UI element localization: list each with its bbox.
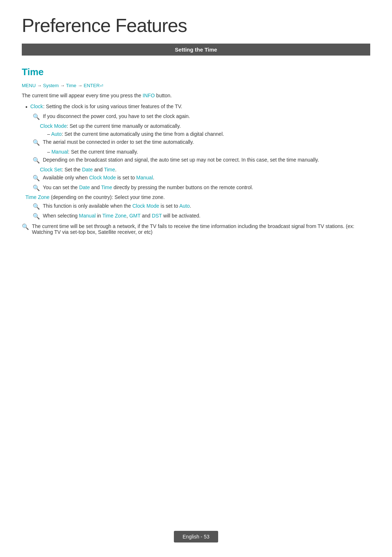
manual-link: Manual	[52, 149, 68, 155]
power-cord-note-text: If you disconnect the power cord, you ha…	[43, 113, 190, 119]
note-icon-8: 🔍	[22, 223, 29, 230]
page-title: Preference Features	[22, 15, 370, 36]
time-link-3: Time	[101, 184, 112, 190]
content-area: • Clock: Setting the clock is for using …	[22, 103, 370, 220]
clock-bullet-text: Clock: Setting the clock is for using va…	[30, 103, 183, 109]
enter-icon: ⏎	[100, 84, 103, 88]
system-link: System	[43, 83, 59, 88]
timezone-link: Time Zone	[25, 194, 49, 200]
manual-link-3: Manual	[79, 213, 96, 219]
dst-link: DST	[152, 213, 162, 219]
timezone-item: Time Zone (depending on the country): Se…	[25, 194, 370, 200]
auto-dash-item: Auto: Set the current time automatically…	[25, 131, 370, 137]
gmt-link: GMT	[129, 213, 140, 219]
arrow-separator-1: →	[36, 83, 43, 88]
clock-mode-sub: Clock Mode: Set up the current time manu…	[25, 123, 370, 129]
note-icon-1: 🔍	[33, 113, 40, 120]
info-link: INFO	[143, 93, 155, 98]
clock-bullet-item: • Clock: Setting the clock is for using …	[25, 103, 370, 110]
date-link-2: Date	[79, 184, 90, 190]
clock-link: Clock	[30, 103, 43, 109]
timezone-text: Time Zone (depending on the country): Se…	[25, 194, 165, 200]
clock-mode-manual-note: 🔍 Available only when Clock Mode is set …	[25, 175, 370, 182]
bullet-dot: •	[25, 104, 28, 110]
power-cord-note: 🔍 If you disconnect the power cord, you …	[25, 113, 370, 120]
manual-dash-item: Manual: Set the current time manually.	[25, 149, 370, 155]
auto-link: Auto	[51, 131, 62, 137]
note-icon-4: 🔍	[33, 175, 40, 182]
menu-path: MENU → System → Time → ENTER⏎	[22, 83, 370, 88]
note-icon-6: 🔍	[33, 203, 40, 210]
arrow-separator-3: →	[76, 83, 83, 88]
note-icon-7: 🔍	[33, 213, 40, 220]
bottom-note-text: The current time will be set through a n…	[32, 223, 370, 235]
enter-link: ENTER⏎	[84, 83, 103, 88]
time-link: Time	[66, 83, 76, 88]
clock-set-link: Clock Set	[40, 167, 62, 172]
time-link-2: Time	[104, 167, 115, 172]
note-icon-3: 🔍	[33, 157, 40, 164]
timezone-manual-text: When selecting Manual in Time Zone, GMT …	[43, 213, 201, 219]
timezone-manual-note: 🔍 When selecting Manual in Time Zone, GM…	[25, 213, 370, 220]
clock-mode-link-3: Clock Mode	[132, 203, 159, 209]
intro-text: The current time will appear every time …	[22, 93, 370, 98]
manual-link-2: Manual	[136, 175, 153, 180]
arrow-separator-2: →	[59, 83, 66, 88]
note-icon-2: 🔍	[33, 139, 40, 146]
clock-mode-manual-text: Available only when Clock Mode is set to…	[43, 175, 154, 180]
timezone-link-2: Time Zone	[102, 213, 126, 219]
section-header: Setting the Time	[22, 44, 370, 56]
bottom-note: 🔍 The current time will be set through a…	[22, 223, 370, 235]
aerial-note-text: The aerial must be connected in order to…	[43, 139, 194, 145]
date-time-note-text: You can set the Date and Time directly b…	[43, 184, 253, 190]
clock-set-sub: Clock Set: Set the Date and Time.	[25, 167, 370, 172]
menu-label: MENU	[22, 83, 36, 88]
footer-page-number: English - 53	[174, 531, 218, 542]
auto-link-2: Auto	[179, 203, 190, 209]
note-icon-5: 🔍	[33, 184, 40, 191]
date-time-note: 🔍 You can set the Date and Time directly…	[25, 184, 370, 191]
section-title: Time	[22, 66, 370, 78]
timezone-auto-note: 🔍 This function is only available when t…	[25, 203, 370, 210]
clock-mode-link: Clock Mode	[40, 123, 67, 129]
timezone-auto-text: This function is only available when the…	[43, 203, 191, 209]
broadcast-note: 🔍 Depending on the broadcast station and…	[25, 157, 370, 164]
broadcast-note-text: Depending on the broadcast station and s…	[43, 157, 319, 163]
aerial-note: 🔍 The aerial must be connected in order …	[25, 139, 370, 146]
date-link-1: Date	[82, 167, 93, 172]
clock-mode-link-2: Clock Mode	[89, 175, 116, 180]
